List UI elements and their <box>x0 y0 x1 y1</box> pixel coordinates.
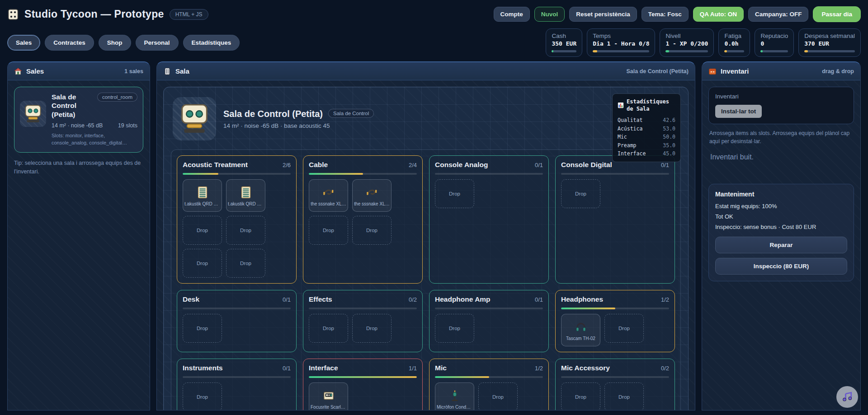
slot-group-headphones: Headphones1/2Tascam TH-02Drop <box>555 290 675 352</box>
install-all-button[interactable]: Instal·lar tot <box>715 105 762 118</box>
empty-drop-slot[interactable]: Drop <box>561 382 600 410</box>
slot-group-progress <box>309 173 417 175</box>
music-note-icon <box>841 391 854 403</box>
repair-button[interactable]: Reparar <box>715 237 847 253</box>
topbar-button-campanya-off[interactable]: Campanya: OFF <box>748 7 809 22</box>
stat-progress-bar <box>804 50 855 52</box>
room-stat-label: Preamp <box>618 141 637 149</box>
inventory-panel-body: Inventari Instal·lar tot Arrossega items… <box>702 80 860 410</box>
room-stat-label: Interface <box>618 149 646 158</box>
slot-list: Micròfon Conde…Drop <box>435 382 543 410</box>
slot-group-header: Console Analog0/1 <box>435 161 543 169</box>
slot-group-progress <box>561 173 669 175</box>
stat-progress-bar <box>552 50 576 52</box>
tab-personal[interactable]: Personal <box>136 35 179 51</box>
stat-label: Nivell <box>665 33 708 39</box>
slot-group-count: 0/1 <box>283 365 291 372</box>
empty-drop-slot[interactable]: Drop <box>561 179 600 208</box>
slot-group-progress <box>435 308 543 309</box>
slot-group-header: Mic1/2 <box>435 364 543 372</box>
empty-drop-slot[interactable]: Drop <box>226 216 265 245</box>
topbar-button-nuvol[interactable]: Nuvol <box>534 7 565 22</box>
tab-estadístiques[interactable]: Estadístiques <box>183 35 240 51</box>
slot-group-header: Mic Accessory0/2 <box>561 364 669 372</box>
room-stat-label: Mic <box>618 133 627 141</box>
empty-drop-slot[interactable]: Drop <box>309 216 348 245</box>
room-plan: Sala de Control (Petita) Sala de Control… <box>163 87 689 410</box>
slot-group-header: Interface1/1 <box>309 364 417 372</box>
room-stat-value: 35.0 <box>663 141 675 149</box>
tab-shop[interactable]: Shop <box>99 35 131 51</box>
room-name: Sala de Control (Petita) <box>223 109 323 119</box>
slot-group-desk: Desk0/1Drop <box>177 290 297 352</box>
empty-drop-slot[interactable]: Drop <box>183 382 222 410</box>
installed-item-slot[interactable]: the sssnake XL… <box>309 179 348 212</box>
inventory-hint: Arrossega items als slots. Arrossega equ… <box>709 129 853 145</box>
maintenance-card: Manteniment Estat mig equips: 100% Tot O… <box>708 184 854 281</box>
installed-item-label: Focusrite Scarle… <box>311 405 346 410</box>
inventory-panel: Inventari drag & drop Inventari Instal·l… <box>702 61 861 410</box>
mic-icon <box>448 389 462 402</box>
slot-group-title: Effects <box>309 295 332 303</box>
empty-drop-slot[interactable]: Drop <box>604 314 644 343</box>
html-js-badge: HTML + JS <box>170 9 208 20</box>
installed-item-slot[interactable]: Micròfon Conde… <box>435 382 474 410</box>
empty-drop-slot[interactable]: Drop <box>352 314 392 343</box>
room-stat-value: 53.0 <box>663 125 675 133</box>
empty-drop-slot[interactable]: Drop <box>435 179 474 208</box>
installed-item-slot[interactable]: Tascam TH-02 <box>561 314 600 346</box>
empty-drop-slot[interactable]: Drop <box>183 216 222 245</box>
maintenance-title: Manteniment <box>715 191 847 198</box>
inventory-panel-title: Inventari <box>721 67 749 75</box>
installed-item-label: the sssnake XL… <box>354 201 389 206</box>
slot-list: Drop <box>183 382 291 410</box>
second-row: SalesContractesShopPersonalEstadístiques… <box>0 22 868 61</box>
installed-item-slot[interactable]: t.akustik QRD Di… <box>183 179 222 212</box>
stat-card-temps: TempsDia 1 - Hora 0/8 <box>587 28 655 57</box>
topbar-button-reset-persist-ncia[interactable]: Reset persistència <box>569 7 637 22</box>
topbar-button-tema-fosc[interactable]: Tema: Fosc <box>642 7 689 22</box>
stat-value: 1 - XP 0/200 <box>665 40 708 47</box>
slot-group-progress <box>309 376 417 378</box>
empty-drop-slot[interactable]: Drop <box>435 314 474 343</box>
slot-group-count: 0/1 <box>661 162 669 168</box>
room-card-sala-de-control[interactable]: Sala de Control (Petita) control_room 14… <box>14 87 143 153</box>
music-toggle-button[interactable] <box>836 386 858 408</box>
room-stat-value: 45.0 <box>663 149 675 158</box>
room-tag: Sala de Control <box>328 109 374 118</box>
empty-drop-slot[interactable]: Drop <box>226 249 265 278</box>
slot-group-mic: Mic1/2Micròfon Conde…Drop <box>429 359 549 410</box>
inventory-dropzone[interactable]: Inventari Instal·lar tot <box>708 87 854 124</box>
tab-sales[interactable]: Sales <box>7 35 40 51</box>
empty-drop-slot[interactable]: Drop <box>478 382 518 410</box>
slot-group-title: Desk <box>183 295 199 303</box>
room-panel-header-right: Sala de Control (Petita) <box>626 68 689 75</box>
slot-group-interface: Interface1/1Focusrite Scarle… <box>303 359 423 410</box>
empty-drop-slot[interactable]: Drop <box>352 216 392 245</box>
slot-group-header: Headphones1/2 <box>561 295 669 303</box>
room-stats-rows: Qualitat42.6Acústica53.0Mic50.0Preamp35.… <box>618 116 675 158</box>
stat-progress-bar <box>665 50 708 52</box>
empty-drop-slot[interactable]: Drop <box>183 314 222 343</box>
inspect-button[interactable]: Inspeccio (80 EUR) <box>715 258 847 275</box>
tab-contractes[interactable]: Contractes <box>45 35 94 51</box>
stat-value: 0.0h <box>724 40 744 47</box>
stat-label: Despesa setmanal <box>804 33 855 39</box>
empty-drop-slot[interactable]: Drop <box>309 314 348 343</box>
slot-group-title: Instruments <box>183 364 223 372</box>
topbar-button-compte[interactable]: Compte <box>494 7 530 22</box>
slot-group-count: 1/1 <box>409 365 417 372</box>
installed-item-slot[interactable]: Focusrite Scarle… <box>309 382 348 410</box>
installed-item-slot[interactable]: t.akustik QRD Di… <box>226 179 265 212</box>
slot-group-acoustic-treatment: Acoustic Treatment2/6t.akustik QRD Di…t.… <box>177 155 297 284</box>
topbar-button-qa-auto-on[interactable]: QA Auto: ON <box>693 7 744 22</box>
empty-drop-slot[interactable]: Drop <box>183 249 222 278</box>
slot-group-header: Instruments0/1 <box>183 364 291 372</box>
installed-item-slot[interactable]: the sssnake XL… <box>352 179 392 212</box>
room-stat-label: Qualitat <box>618 116 642 124</box>
empty-drop-slot[interactable]: Drop <box>604 382 644 410</box>
slot-list: t.akustik QRD Di…t.akustik QRD Di…DropDr… <box>183 179 291 278</box>
stat-card-despesa-setmanal: Despesa setmanal370 EUR <box>798 28 861 57</box>
acoustic-panel-icon <box>196 186 209 199</box>
topbar-button-passar-dia[interactable]: Passar dia <box>813 6 861 22</box>
